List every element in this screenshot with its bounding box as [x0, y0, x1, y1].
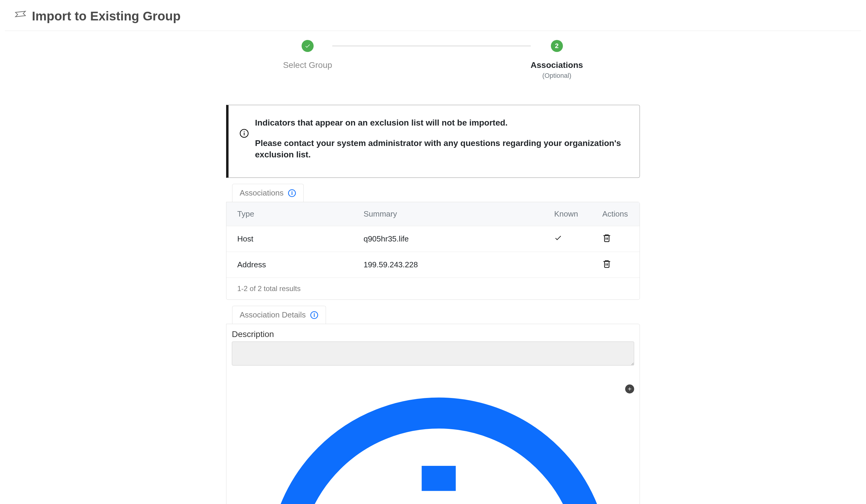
- info-icon[interactable]: i: [288, 189, 296, 197]
- cell-type: Address: [226, 252, 353, 278]
- trash-icon[interactable]: [602, 259, 611, 268]
- cell-known: [543, 226, 591, 252]
- add-tag-button[interactable]: [625, 385, 634, 393]
- step2-sublabel: (Optional): [542, 72, 571, 80]
- cell-known: [543, 252, 591, 278]
- tab-associations[interactable]: Associations i: [232, 184, 304, 202]
- description-input[interactable]: [232, 342, 634, 366]
- info-line-2: Please contact your system administrator…: [255, 138, 626, 160]
- step1-label: Select Group: [283, 60, 332, 70]
- check-icon: [554, 234, 562, 242]
- svg-text:i: i: [404, 421, 473, 504]
- associations-table: Type Summary Known Actions Host q905hr35…: [226, 202, 640, 278]
- info-icon[interactable]: i: [310, 311, 319, 319]
- cell-summary: q905hr35.life: [353, 226, 543, 252]
- tab-association-details[interactable]: Association Details i: [232, 306, 326, 324]
- th-type: Type: [226, 202, 353, 226]
- step1-circle: [302, 40, 314, 52]
- table-row: Host q905hr35.life: [226, 226, 640, 252]
- check-icon: [304, 43, 311, 49]
- svg-text:i: i: [313, 312, 315, 318]
- th-known: Known: [543, 202, 591, 226]
- th-summary: Summary: [353, 202, 543, 226]
- step-connector: [332, 46, 531, 46]
- step2-circle: 2: [551, 40, 563, 52]
- svg-point-2: [244, 131, 245, 132]
- table-footer: 1-2 of 2 total results: [226, 278, 640, 299]
- association-details-panel: Description Tags i: [226, 324, 640, 504]
- tab-associations-label: Associations: [240, 188, 284, 198]
- info-icon[interactable]: i: [253, 382, 625, 504]
- wizard-stepper: Select Group 2 Associations (Optional): [0, 40, 866, 80]
- import-icon: [14, 10, 27, 23]
- th-actions: Actions: [591, 202, 640, 226]
- cell-actions: [591, 252, 640, 278]
- table-row: Address 199.59.243.228: [226, 252, 640, 278]
- svg-text:i: i: [291, 190, 292, 196]
- plus-icon: [627, 386, 632, 392]
- info-line-1: Indicators that appear on an exclusion l…: [255, 117, 626, 128]
- page-title: Import to Existing Group: [32, 9, 181, 23]
- info-banner: Indicators that appear on an exclusion l…: [226, 105, 640, 178]
- step-associations[interactable]: 2 Associations (Optional): [531, 40, 583, 80]
- info-icon: [239, 128, 249, 138]
- associations-panel: Type Summary Known Actions Host q905hr35…: [226, 202, 640, 300]
- description-label: Description: [232, 330, 634, 339]
- step2-label: Associations: [531, 60, 583, 70]
- step-select-group[interactable]: Select Group: [283, 40, 332, 70]
- cell-type: Host: [226, 226, 353, 252]
- trash-icon[interactable]: [602, 233, 611, 242]
- page-header: Import to Existing Group: [5, 3, 861, 31]
- tags-label: Tags i: [232, 382, 625, 504]
- cell-summary: 199.59.243.228: [353, 252, 543, 278]
- cell-actions: [591, 226, 640, 252]
- tab-details-label: Association Details: [240, 310, 306, 320]
